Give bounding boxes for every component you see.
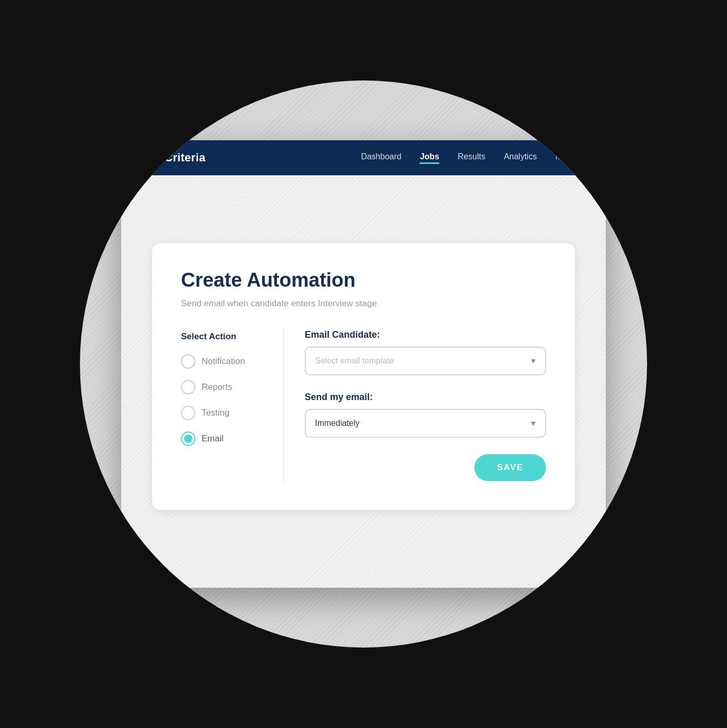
svg-line-1 [151, 152, 157, 163]
page-content: Create Automation Send email when candid… [121, 175, 606, 588]
radio-label-testing: Testing [202, 408, 229, 418]
radio-circle-email [181, 432, 195, 446]
email-template-placeholder: Select email template [315, 356, 394, 366]
radio-label-email: Email [202, 434, 224, 444]
save-row: SAVE [305, 454, 546, 481]
save-button[interactable]: SAVE [474, 454, 546, 481]
create-automation-card: Create Automation Send email when candid… [152, 243, 575, 510]
email-candidate-section: Email Candidate: Select email template ▼ [305, 329, 546, 375]
email-candidate-label: Email Candidate: [305, 329, 546, 340]
email-settings-panel: Email Candidate: Select email template ▼… [284, 329, 546, 481]
radio-label-reports: Reports [202, 382, 233, 392]
send-email-section: Send my email: Immediately ▼ [305, 392, 546, 438]
background-circle: Criteria Dashboard Jobs Results Analytic… [80, 80, 647, 648]
browser-window: Criteria Dashboard Jobs Results Analytic… [121, 140, 606, 588]
email-template-arrow-icon: ▼ [530, 357, 537, 365]
send-timing-value: Immediately [315, 419, 359, 428]
nav-manage[interactable]: Manage [555, 152, 585, 163]
radio-label-notification: Notification [202, 356, 245, 367]
logo-text: Criteria [164, 151, 205, 164]
nav-jobs[interactable]: Jobs [420, 152, 439, 164]
select-action-panel: Select Action Notification Reports [181, 329, 284, 481]
send-timing-dropdown[interactable]: Immediately ▼ [305, 409, 546, 438]
radio-circle-notification [181, 354, 195, 369]
card-subtitle: Send email when candidate enters Intervi… [181, 299, 546, 309]
radio-testing[interactable]: Testing [181, 406, 267, 420]
radio-reports[interactable]: Reports [181, 380, 267, 394]
radio-circle-reports [181, 380, 195, 394]
svg-line-0 [145, 152, 151, 163]
criteria-logo-icon [142, 148, 160, 167]
radio-circle-testing [181, 406, 195, 420]
radio-notification[interactable]: Notification [181, 354, 267, 369]
send-timing-arrow-icon: ▼ [530, 419, 537, 427]
send-email-label: Send my email: [305, 392, 546, 403]
nav-dashboard[interactable]: Dashboard [361, 152, 401, 163]
radio-email[interactable]: Email [181, 432, 267, 446]
nav-results[interactable]: Results [458, 152, 485, 163]
nav-analytics[interactable]: Analytics [504, 152, 537, 163]
logo-area: Criteria [142, 148, 205, 167]
select-action-label: Select Action [181, 332, 267, 342]
radio-group: Notification Reports Testing [181, 354, 267, 446]
card-body: Select Action Notification Reports [181, 329, 546, 481]
email-template-dropdown[interactable]: Select email template ▼ [305, 346, 546, 375]
nav-links: Dashboard Jobs Results Analytics Manage [361, 152, 585, 164]
card-title: Create Automation [181, 269, 546, 291]
navbar: Criteria Dashboard Jobs Results Analytic… [121, 140, 606, 175]
